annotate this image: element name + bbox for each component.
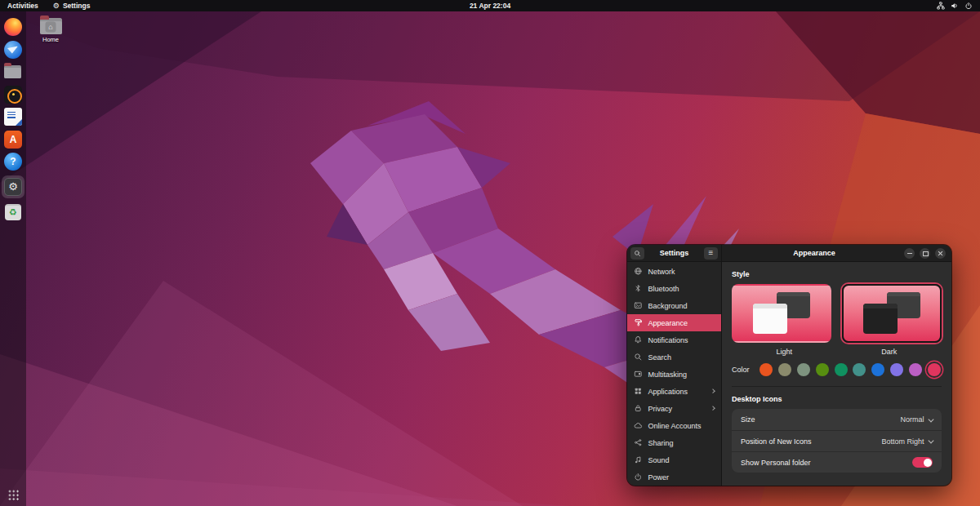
preview-front-window [863,304,898,334]
size-dropdown[interactable]: Normal [900,415,933,424]
search-icon [634,353,643,362]
dock-item-help[interactable] [4,153,22,171]
chevron-right-icon [710,388,715,393]
firefox-icon [4,18,22,36]
desktop-screen: Activities ⚙ Settings 21 Apr 22:04 Home [0,0,980,506]
style-option-labels: Light Dark [732,348,942,356]
color-swatch-viridian[interactable] [835,363,848,376]
search-button[interactable] [630,247,644,260]
sidebar-item-power[interactable]: Power [627,468,721,486]
color-swatch-sage[interactable] [797,363,810,376]
minimize-button[interactable] [904,248,915,259]
volume-icon [951,2,959,10]
style-heading: Style [732,270,942,278]
applications-icon [634,387,643,396]
sidebar-item-notifications[interactable]: Notifications [627,331,721,348]
sidebar-item-label: Online Accounts [648,422,702,430]
primary-menu-button[interactable]: ≡ [704,247,718,260]
home-folder-label: Home [36,36,65,43]
content-headerbar: Appearance [722,245,951,262]
desktop-icons-settings-card: Size Normal Position of New Icons Bottom… [732,409,942,473]
thunderbird-icon [4,41,22,59]
color-swatch-bark[interactable] [778,363,791,376]
files-icon [4,65,21,78]
maximize-button[interactable] [920,248,930,259]
sidebar-headerbar: Settings ≡ [627,245,722,262]
chevron-down-icon [929,438,933,443]
dock-item-files[interactable] [4,63,22,81]
dock-item-libreoffice-writer[interactable] [4,108,22,126]
desktop-icons-heading: Desktop Icons [732,395,942,403]
style-options [732,284,942,343]
home-icon [46,22,56,33]
show-personal-folder-label: Show Personal folder [741,459,912,467]
dock-item-trash[interactable] [4,203,22,221]
size-row: Size Normal [732,409,942,430]
system-status-menu[interactable] [929,0,980,11]
sidebar-item-label: Applications [648,388,688,396]
page-title: Appearance [728,249,901,257]
clock-button[interactable]: 21 Apr 22:04 [470,0,510,11]
sidebar-item-privacy[interactable]: Privacy [627,400,721,417]
dock [0,11,26,506]
show-personal-folder-row: Show Personal folder [732,451,942,473]
activities-button[interactable]: Activities [0,0,46,11]
folder-icon [40,18,62,34]
color-swatch-magenta[interactable] [909,363,922,376]
sidebar-item-applications[interactable]: Applications [627,383,721,400]
power-icon [964,2,973,10]
style-option-dark[interactable] [842,284,942,343]
color-swatch-prussian-green[interactable] [853,363,866,376]
color-label: Color [732,366,760,374]
dock-item-settings[interactable] [2,175,24,198]
show-personal-folder-toggle[interactable] [912,457,933,468]
sidebar-item-label: Appearance [648,319,688,327]
window-sidebar-title: Settings [647,249,702,257]
dock-item-firefox[interactable] [4,18,22,36]
chevron-right-icon [710,406,715,411]
sidebar-item-label: Search [648,353,672,362]
sidebar-item-bluetooth[interactable]: Bluetooth [627,280,721,297]
dock-item-rhythmbox[interactable] [4,86,22,104]
dock-item-ubuntu-software[interactable] [4,131,22,149]
bluetooth-icon [634,284,643,293]
help-icon [4,153,22,171]
top-bar: Activities ⚙ Settings 21 Apr 22:04 [0,0,980,11]
color-swatch-olive[interactable] [816,363,829,376]
settings-window: Settings ≡ Appearance Network Bluetooth [627,245,951,486]
notifications-icon [634,335,643,344]
rhythmbox-icon [4,86,22,104]
color-swatch-blue[interactable] [871,363,884,376]
sidebar-item-network[interactable]: Network [627,263,721,280]
color-swatch-purple[interactable] [890,363,903,376]
online-accounts-icon [634,421,643,430]
trash-icon [5,204,21,220]
home-folder-desktop-icon[interactable]: Home [36,16,65,43]
style-option-light[interactable] [732,284,831,343]
gear-icon: ⚙ [53,2,60,10]
hamburger-menu-icon: ≡ [709,249,714,257]
sharing-icon [634,438,643,447]
sidebar-item-sharing[interactable]: Sharing [627,434,721,451]
accent-color-swatches [760,363,942,376]
accent-color-row: Color [732,363,942,376]
sidebar-item-label: Network [648,268,675,276]
sidebar-item-background[interactable]: Background [627,297,721,314]
position-label: Position of New Icons [741,437,881,446]
color-swatch-red[interactable] [928,363,941,376]
show-applications-button[interactable] [7,489,19,500]
style-label-dark: Dark [837,348,942,356]
sidebar-item-multitasking[interactable]: Multitasking [627,366,721,383]
dock-item-thunderbird[interactable] [4,41,22,59]
position-value: Bottom Right [881,437,924,446]
sidebar-item-appearance[interactable]: Appearance [627,314,721,331]
close-button[interactable] [935,248,946,259]
position-dropdown[interactable]: Bottom Right [881,437,933,446]
sidebar-item-sound[interactable]: Sound [627,451,721,468]
app-menu-button[interactable]: ⚙ Settings [46,0,98,11]
color-swatch-orange[interactable] [760,363,773,376]
sidebar-item-search[interactable]: Search [627,348,721,366]
appearance-panel: Style Light Dark Color [722,262,951,486]
sidebar-item-label: Notifications [648,336,688,344]
sidebar-item-online-accounts[interactable]: Online Accounts [627,417,721,434]
